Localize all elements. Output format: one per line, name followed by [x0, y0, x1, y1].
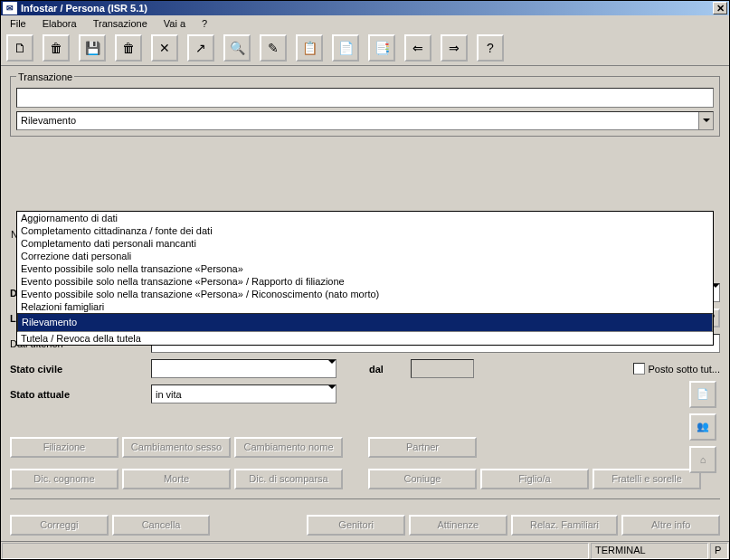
transaction-dropdown[interactable]: Aggiornamento di datiCompletamento citta…: [16, 211, 714, 346]
btn-dic--di-scomparsa[interactable]: Dic. di scomparsa: [234, 469, 343, 489]
btn-cambiamento-sesso[interactable]: Cambiamento sesso: [122, 437, 231, 458]
transaction-combo-text: Rilevamento: [17, 115, 698, 126]
export-icon[interactable]: ↗: [187, 34, 214, 62]
side-home-icon[interactable]: ⌂: [689, 446, 716, 473]
menu-bar: FileElaboraTransazioneVai a?: [1, 15, 729, 30]
dropdown-item[interactable]: Evento possibile solo nella transazione …: [17, 275, 713, 288]
client-area: Transazione Rilevamento N Aggiornamento …: [1, 66, 729, 541]
dropdown-item[interactable]: Relazioni famigliari: [17, 300, 713, 313]
dropdown-item[interactable]: Correzione dati personali: [17, 250, 713, 262]
side-family-icon[interactable]: 👥: [689, 413, 716, 441]
status-bar: TERMINAL P: [1, 541, 729, 559]
menu-file[interactable]: File: [3, 16, 33, 31]
btn-coniuge[interactable]: Coniuge: [368, 469, 477, 489]
list-icon[interactable]: 📑: [368, 34, 395, 62]
btn-correggi[interactable]: Correggi: [10, 515, 109, 536]
transaction-legend: Transazione: [16, 71, 74, 82]
chevron-down-icon[interactable]: [328, 364, 336, 375]
select-stato-civile[interactable]: [151, 359, 337, 378]
back-icon[interactable]: ⇐: [404, 34, 431, 62]
menu-transazione[interactable]: Transazione: [86, 16, 155, 31]
transaction-combo[interactable]: Rilevamento: [16, 111, 714, 130]
btn-cancella[interactable]: Cancella: [112, 515, 211, 536]
close-button[interactable]: ✕: [713, 2, 727, 14]
status-terminal: TERMINAL: [591, 543, 708, 559]
btn-filiazione[interactable]: Filiazione: [10, 437, 119, 458]
edit-icon[interactable]: ✎: [260, 34, 287, 62]
app-icon: ✉: [3, 2, 17, 14]
help-icon[interactable]: ?: [477, 34, 504, 62]
search-icon[interactable]: 🔍: [223, 34, 251, 62]
side-doc-icon[interactable]: 📄: [689, 381, 716, 408]
btn-relaz--familiari[interactable]: Relaz. Familiari: [511, 515, 619, 536]
status-p: P: [710, 543, 728, 559]
btn-fratelli-e-sorelle[interactable]: Fratelli e sorelle: [593, 469, 701, 489]
btn-genitori[interactable]: Genitori: [307, 515, 405, 536]
new-icon[interactable]: 🗋: [6, 34, 33, 62]
btn-morte[interactable]: Morte: [122, 469, 231, 489]
btn-cambiamento-nome[interactable]: Cambiamento nome: [234, 437, 343, 458]
chevron-down-icon[interactable]: [328, 389, 336, 400]
dropdown-item[interactable]: Evento possibile solo nella transazione …: [17, 288, 713, 300]
fwd-icon[interactable]: ⇒: [441, 34, 468, 62]
toolbar: 🗋🗑💾🗑✕↗🔍✎📋📄📑⇐⇒?: [1, 31, 729, 66]
dropdown-item[interactable]: Tutela / Revoca della tutela: [17, 332, 713, 345]
checkbox-posto-sotto[interactable]: Posto sotto tut...: [633, 363, 721, 375]
status-main: [2, 543, 589, 559]
btn-altre-info[interactable]: Altre info: [621, 515, 720, 536]
close-icon[interactable]: ✕: [151, 34, 178, 62]
doc-icon[interactable]: 📄: [332, 34, 359, 62]
chevron-down-icon[interactable]: [698, 112, 713, 129]
title-bar: ✉ Infostar / Persona (ISR 5.1) ✕: [1, 1, 729, 15]
btn-figlio-a[interactable]: Figlio/a: [480, 469, 589, 489]
window-title: Infostar / Persona (ISR 5.1): [21, 3, 147, 14]
dropdown-item[interactable]: Completamento dati personali mancanti: [17, 237, 713, 250]
side-buttons: 📄 👥 ⌂: [689, 381, 716, 473]
transaction-group: Transazione Rilevamento: [10, 71, 720, 137]
label-stato-civile: Stato civile: [10, 364, 146, 375]
dropdown-item[interactable]: Evento possibile solo nella transazione …: [17, 262, 713, 275]
menu-vaia[interactable]: Vai a: [156, 16, 193, 31]
input-dal[interactable]: [411, 359, 474, 378]
dropdown-item[interactable]: Aggiornamento di dati: [17, 212, 713, 224]
checkbox-box[interactable]: [633, 363, 645, 375]
btn-attinenze[interactable]: Attinenze: [409, 515, 507, 536]
label-dal: dal: [369, 364, 405, 375]
btn-partner[interactable]: Partner: [368, 437, 477, 458]
btn-dic--cognome[interactable]: Dic. cognome: [10, 469, 119, 489]
trash-icon[interactable]: 🗑: [43, 34, 70, 62]
bin2-icon[interactable]: 🗑: [115, 34, 142, 62]
copy-icon[interactable]: 📋: [296, 34, 323, 62]
menu-[interactable]: ?: [194, 16, 214, 31]
label-stato-attuale: Stato attuale: [10, 389, 146, 400]
checkbox-label: Posto sotto tut...: [649, 364, 721, 375]
transaction-display: [16, 88, 714, 108]
save-icon[interactable]: 💾: [79, 34, 106, 62]
dropdown-item[interactable]: Rilevamento: [17, 313, 713, 332]
dropdown-item[interactable]: Completamento cittadinanza / fonte dei d…: [17, 224, 713, 237]
menu-elabora[interactable]: Elabora: [35, 16, 84, 31]
app-window: ✉ Infostar / Persona (ISR 5.1) ✕ FileEla…: [0, 0, 730, 560]
select-stato-attuale[interactable]: in vita: [151, 384, 337, 403]
